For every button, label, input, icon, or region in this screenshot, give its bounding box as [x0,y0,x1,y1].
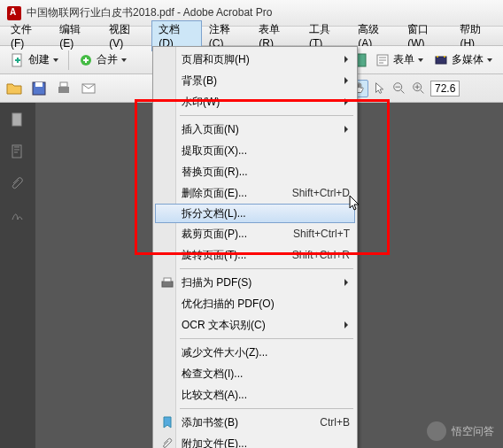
toolbar-right: 表单 多媒体 72.6 [347,46,503,103]
zoom-in-icon[interactable] [411,81,427,97]
scanner-icon [160,275,174,290]
menu-examine-document[interactable]: 检查文档(I)... [155,363,355,384]
submenu-arrow-icon [344,321,348,328]
watermark: 悟空问答 [427,421,494,441]
create-icon [11,53,25,67]
email-icon[interactable] [80,80,97,97]
bookmark-icon [160,415,174,429]
open-icon[interactable] [5,80,23,97]
menu-separator [180,115,353,116]
chevron-down-icon [418,58,423,62]
menu-crop-pages[interactable]: 裁剪页面(P)... Shift+Ctrl+T [155,223,355,244]
chevron-down-icon [121,58,127,62]
menu-add-bookmark-label: 添加书签(B) [182,415,320,430]
menu-delete-pages[interactable]: 删除页面(E)... Shift+Ctrl+D [155,182,355,204]
signatures-panel-icon[interactable] [10,207,26,223]
menu-attach-file-label: 附加文件(E)... [182,436,350,449]
attachment-icon [160,436,174,448]
menu-file[interactable]: 文件(F) [4,20,52,51]
menu-delete-pages-label: 删除页面(E)... [182,186,292,201]
submenu-arrow-icon [344,126,348,133]
svg-rect-4 [58,87,69,93]
menu-header-footer[interactable]: 页眉和页脚(H) [155,49,355,70]
menu-scan-to-pdf[interactable]: 扫描为 PDF(S) [155,272,355,293]
menu-extract-pages-label: 提取页面(X)... [182,143,350,158]
menu-watermark-label: 水印(W) [182,95,350,110]
menu-insert-pages[interactable]: 插入页面(N) [155,119,355,140]
svg-rect-9 [436,57,446,64]
svg-rect-16 [162,282,173,287]
menu-examine-document-label: 检查文档(I)... [182,367,350,382]
menu-crop-pages-shortcut: Shift+Ctrl+T [293,228,350,240]
print-icon[interactable] [55,80,73,97]
menu-insert-pages-label: 插入页面(N) [182,122,350,137]
create-button[interactable]: 创建 [5,50,64,69]
menu-replace-pages[interactable]: 替换页面(R)... [155,161,355,182]
multimedia-label: 多媒体 [452,52,484,67]
forms-button[interactable]: 表单 [372,50,427,69]
svg-rect-14 [12,113,21,126]
menu-delete-pages-shortcut: Shift+Ctrl+D [292,187,350,199]
submenu-arrow-icon [344,56,348,63]
attachments-panel-icon[interactable] [10,175,26,191]
menu-edit[interactable]: 编辑(E) [52,20,102,51]
merge-button[interactable]: 合并 [74,50,132,69]
merge-label: 合并 [97,52,118,67]
menu-compare-documents[interactable]: 比较文档(A)... [155,384,355,406]
menu-rotate-pages-label: 旋转页面(T)... [182,248,292,263]
chevron-down-icon [487,58,492,62]
menu-rotate-pages[interactable]: 旋转页面(T)... Shift+Ctrl+R [155,244,355,266]
menu-optimize-scanned-label: 优化扫描的 PDF(O) [182,297,350,312]
separator [68,50,69,70]
multimedia-icon [434,53,448,67]
menu-split-document-label: 拆分文档(L)... [182,206,350,221]
menu-background[interactable]: 背景(B) [155,70,355,91]
menu-optimize-scanned[interactable]: 优化扫描的 PDF(O) [155,293,355,314]
menu-watermark[interactable]: 水印(W) [155,91,355,112]
menu-split-document[interactable]: 拆分文档(L)... [155,204,355,223]
menu-extract-pages[interactable]: 提取页面(X)... [155,140,355,161]
window-title: 中国物联网行业白皮书2018.pdf - Adobe Acrobat Pro [27,5,272,20]
svg-rect-3 [35,82,43,87]
submenu-arrow-icon [344,279,348,286]
menu-ocr[interactable]: OCR 文本识别(C) [155,314,355,336]
menu-header-footer-label: 页眉和页脚(H) [182,52,350,67]
merge-icon [79,53,93,67]
forms-icon [375,53,390,67]
menu-attach-file[interactable]: 附加文件(E)... [155,433,355,448]
cursor-icon [349,195,361,212]
menu-rotate-pages-shortcut: Shift+Ctrl+R [292,249,350,261]
select-tool-icon[interactable] [372,81,388,97]
pages-panel-icon[interactable] [10,112,26,127]
create-label: 创建 [28,52,50,67]
menu-add-bookmark[interactable]: 添加书签(B) Ctrl+B [155,412,355,433]
submenu-arrow-icon [344,77,348,84]
submenu-arrow-icon [344,98,348,105]
chevron-down-icon [53,58,58,62]
menu-ocr-label: OCR 文本识别(C) [182,318,350,333]
menu-view[interactable]: 视图(V) [102,20,151,51]
pdf-icon [7,6,21,20]
zoom-value[interactable]: 72.6 [430,81,460,97]
menu-separator [180,338,353,339]
save-icon[interactable] [30,80,48,97]
menu-crop-pages-label: 裁剪页面(P)... [182,227,293,242]
multimedia-button[interactable]: 多媒体 [430,50,496,69]
menu-background-label: 背景(B) [182,73,350,89]
menu-compare-documents-label: 比较文档(A)... [182,388,350,403]
bookmarks-panel-icon[interactable] [10,143,26,159]
svg-rect-17 [164,278,171,282]
watermark-icon [427,421,446,441]
menu-reduce-size-label: 减少文件大小(Z)... [182,345,350,360]
document-menu: 页眉和页脚(H) 背景(B) 水印(W) 插入页面(N) 提取页面(X)... … [152,46,358,448]
menu-separator [180,268,353,269]
zoom-out-icon[interactable] [391,81,407,97]
svg-point-11 [444,56,445,58]
forms-label: 表单 [393,52,414,67]
menu-reduce-size[interactable]: 减少文件大小(Z)... [155,342,355,363]
navigation-panel [0,103,35,448]
svg-point-10 [437,56,438,58]
menu-separator [180,408,353,409]
menubar: 文件(F) 编辑(E) 视图(V) 文档(D) 注释(C) 表单(R) 工具(T… [0,27,503,46]
watermark-text: 悟空问答 [452,424,494,439]
